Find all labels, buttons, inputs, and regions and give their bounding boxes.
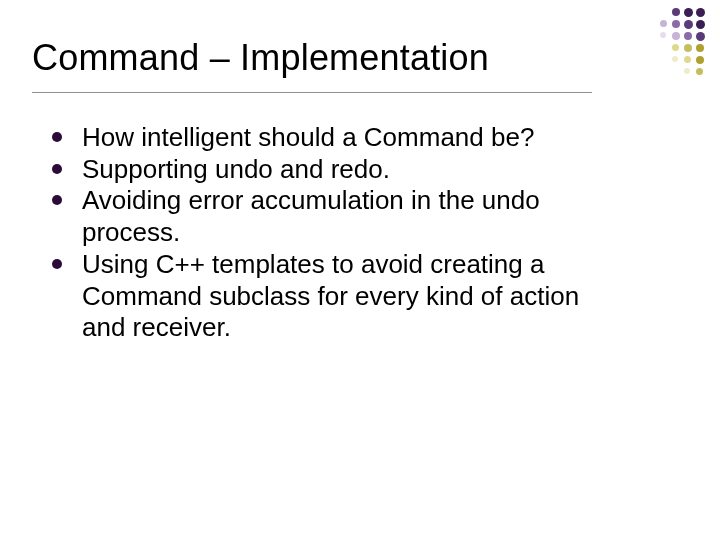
dot-icon <box>696 8 705 17</box>
title-underline <box>32 92 592 93</box>
dot-icon <box>672 32 680 40</box>
list-item: How intelligent should a Command be? <box>46 122 606 154</box>
content-area: How intelligent should a Command be? Sup… <box>46 122 606 344</box>
slide: Command – Implementation How intelligent… <box>0 0 720 540</box>
bullet-text: Supporting undo and redo. <box>82 154 390 184</box>
bullet-text: Using C++ templates to avoid creating a … <box>82 249 579 342</box>
bullet-text: Avoiding error accumulation in the undo … <box>82 185 540 247</box>
dot-icon <box>696 56 704 64</box>
dot-icon <box>672 8 680 16</box>
dot-icon <box>672 56 678 62</box>
dot-icon <box>672 20 680 28</box>
dot-icon <box>672 44 679 51</box>
dot-icon <box>660 20 667 27</box>
dot-icon <box>684 32 692 40</box>
dot-icon <box>696 44 704 52</box>
slide-title: Command – Implementation <box>32 38 592 84</box>
dot-icon <box>684 44 692 52</box>
bullet-text: How intelligent should a Command be? <box>82 122 534 152</box>
title-area: Command – Implementation <box>32 38 592 93</box>
dot-icon <box>684 20 693 29</box>
bullet-list: How intelligent should a Command be? Sup… <box>46 122 606 344</box>
dot-icon <box>696 20 705 29</box>
dot-icon <box>696 68 703 75</box>
corner-decoration <box>626 8 706 88</box>
list-item: Avoiding error accumulation in the undo … <box>46 185 606 248</box>
dot-icon <box>684 68 690 74</box>
dot-icon <box>696 32 705 41</box>
dot-icon <box>684 8 693 17</box>
list-item: Supporting undo and redo. <box>46 154 606 186</box>
dot-icon <box>684 56 691 63</box>
list-item: Using C++ templates to avoid creating a … <box>46 249 606 344</box>
dot-icon <box>660 32 666 38</box>
